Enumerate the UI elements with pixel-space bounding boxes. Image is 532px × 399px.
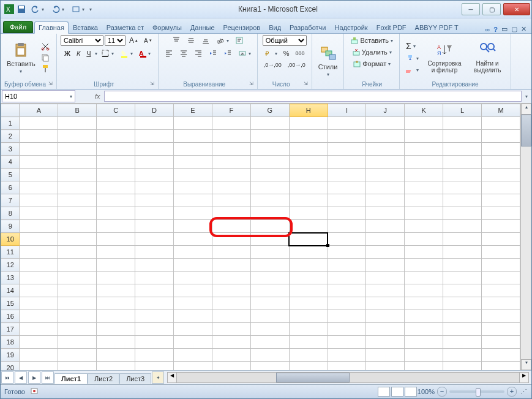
cell[interactable] [366,310,405,323]
cell[interactable] [289,143,328,156]
cell[interactable] [443,336,482,349]
row-header[interactable]: 1 [1,117,20,130]
qat-more-button[interactable] [69,4,87,15]
ribbon-tab-рецензиров[interactable]: Рецензиров [219,21,265,33]
cell[interactable] [58,284,97,297]
cell[interactable] [174,297,212,310]
cell[interactable] [289,194,328,207]
cell[interactable] [135,130,174,143]
cell[interactable] [443,272,482,284]
cell[interactable] [20,362,58,371]
cell[interactable] [58,362,97,371]
cell[interactable] [212,310,250,323]
cell[interactable] [250,246,289,259]
paste-button[interactable]: Вставить ▾ [4,40,38,75]
cell[interactable] [174,156,212,169]
cell[interactable] [212,181,250,194]
formula-input[interactable] [104,91,522,102]
cell[interactable] [481,297,520,310]
cell[interactable] [97,246,135,259]
cell[interactable] [58,349,97,362]
percent-format-icon[interactable]: % [281,48,292,58]
cell[interactable] [405,284,443,297]
cell[interactable] [212,220,250,233]
cell[interactable] [405,310,443,323]
cell[interactable] [58,220,97,233]
row-header[interactable]: 4 [1,156,20,169]
cell[interactable] [135,272,174,284]
cell[interactable] [20,220,58,233]
cell[interactable] [97,169,135,181]
cell[interactable] [289,310,328,323]
cell[interactable] [97,272,135,284]
cell[interactable] [20,130,58,143]
ribbon-tab-надстройк[interactable]: Надстройк [330,21,372,33]
cell[interactable] [405,336,443,349]
sort-filter-button[interactable]: АЯ Сортировка и фильтр [424,40,465,75]
cell[interactable] [58,181,97,194]
scroll-left-icon[interactable]: ◀ [168,373,177,382]
cell[interactable] [20,259,58,272]
cell[interactable] [328,130,366,143]
row-header[interactable]: 12 [1,259,20,272]
cell[interactable] [20,169,58,181]
cell[interactable] [481,323,520,336]
cell[interactable] [174,310,212,323]
cell[interactable] [443,194,482,207]
column-header[interactable]: H [289,104,328,117]
cell[interactable] [443,169,482,181]
cell[interactable] [20,272,58,284]
cell[interactable] [289,181,328,194]
column-header[interactable]: E [174,104,212,117]
fx-cancel-icon[interactable] [79,91,89,101]
cell[interactable] [58,297,97,310]
cell[interactable] [405,130,443,143]
sheet-tab[interactable]: Лист3 [119,373,151,384]
row-header[interactable]: 19 [1,349,20,362]
accounting-format-icon[interactable]: ₽ [262,48,280,59]
cell[interactable] [443,323,482,336]
row-header[interactable]: 9 [1,220,20,233]
row-header[interactable]: 17 [1,323,20,336]
cell[interactable] [443,362,482,371]
cell[interactable] [289,233,328,246]
cell[interactable] [20,143,58,156]
cell[interactable] [328,310,366,323]
macro-record-icon[interactable] [30,387,40,397]
cell[interactable] [289,246,328,259]
cell[interactable] [58,336,97,349]
cell[interactable] [443,143,482,156]
ribbon-tab-вид[interactable]: Вид [264,21,285,33]
merge-button[interactable]: a [236,48,253,59]
decrease-font-icon[interactable]: A▾ [141,36,154,45]
cell[interactable] [20,246,58,259]
cell[interactable] [58,207,97,220]
column-header[interactable]: M [481,104,520,117]
cell[interactable] [58,233,97,246]
align-bottom-icon[interactable] [199,35,212,46]
cell[interactable] [443,233,482,246]
cell[interactable] [97,323,135,336]
cell[interactable] [135,310,174,323]
cell[interactable] [212,297,250,310]
cell[interactable] [58,156,97,169]
wrap-text-icon[interactable] [233,35,246,46]
column-header[interactable]: B [58,104,97,117]
cell[interactable] [250,194,289,207]
cell[interactable] [212,117,250,130]
zoom-level[interactable]: 100% [418,388,435,395]
cell[interactable] [289,349,328,362]
cell[interactable] [97,336,135,349]
decrease-decimal-icon[interactable]: ,00→,0 [285,61,308,69]
cell[interactable] [135,284,174,297]
cell[interactable] [481,284,520,297]
cell[interactable] [405,194,443,207]
cell-grid[interactable]: ABCDEFGHIJKLM123456789101112131415161718… [1,104,520,370]
qat-dropdown-icon[interactable]: ▾ [89,7,92,12]
cell[interactable] [212,284,250,297]
cell[interactable] [328,349,366,362]
cell[interactable] [135,362,174,371]
cell[interactable] [366,336,405,349]
increase-decimal-icon[interactable]: ,0→,00 [261,61,284,69]
cell[interactable] [443,130,482,143]
